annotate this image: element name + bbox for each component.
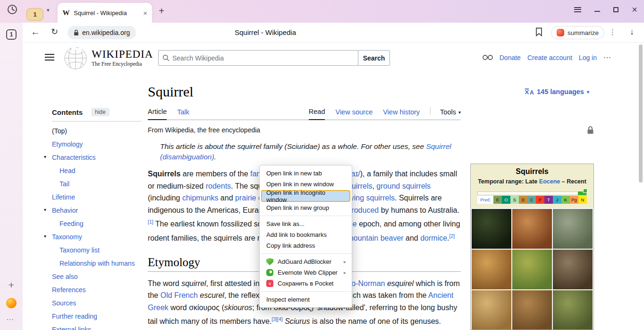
toc-item[interactable]: ▾Taxonomy [52, 230, 152, 243]
sidebar-more-icon[interactable]: ⋯ [6, 315, 14, 324]
wikipedia-logo[interactable] [63, 45, 88, 72]
toc-link[interactable]: Lifetime [52, 193, 75, 201]
toc-link[interactable]: Behavior [52, 207, 78, 214]
squirrel-photo-7[interactable] [472, 290, 511, 330]
user-menu-ellipsis-icon[interactable]: ⋯ [603, 53, 611, 62]
article-link[interactable]: chipmunks [182, 194, 218, 202]
toc-item[interactable]: Lifetime [52, 191, 152, 204]
toc-link[interactable]: Characteristics [52, 154, 96, 161]
toc-link[interactable]: External links [52, 326, 91, 330]
history-clock-icon[interactable] [7, 4, 17, 15]
timeline-period-K[interactable]: K [561, 196, 570, 204]
timeline-period-O[interactable]: O [502, 196, 510, 204]
toc-item[interactable]: ▾Behavior [52, 204, 152, 217]
toc-link[interactable]: Head [59, 167, 75, 174]
tab-group-badge[interactable]: 1 [26, 8, 43, 21]
toc-hide-button[interactable]: hide [91, 108, 110, 116]
reference-link[interactable]: [2] [449, 233, 455, 239]
summarize-button[interactable]: summarize [551, 26, 604, 39]
toc-item[interactable]: See also [52, 270, 152, 283]
address-bar[interactable]: en.wikipedia.org [68, 26, 136, 39]
article-link[interactable]: mountain beaver [347, 234, 403, 242]
tab-tools[interactable]: Tools▾ [440, 108, 461, 120]
timeline-period-P[interactable]: P [536, 196, 544, 204]
maximize-icon[interactable] [613, 7, 619, 12]
toolbar-kebab-icon[interactable]: ⋮ [609, 28, 616, 36]
wiki-menu-icon[interactable] [45, 54, 54, 61]
toc-link[interactable]: Taxonomy [52, 233, 82, 241]
toc-link[interactable]: Relationship with humans [59, 260, 135, 267]
page-scrollbar-thumb[interactable] [639, 44, 643, 182]
timeline-period-Є[interactable]: Є [493, 196, 502, 204]
toc-item[interactable]: External links [52, 323, 152, 330]
tab-view-source[interactable]: View source [335, 108, 373, 120]
new-tab-button[interactable]: + [156, 6, 167, 17]
chevron-down-icon[interactable]: ▾ [44, 234, 46, 239]
browser-logo-icon[interactable] [6, 298, 17, 308]
back-icon[interactable]: ← [31, 26, 40, 37]
donate-link[interactable]: Donate [500, 54, 521, 61]
menu-item[interactable]: Open link in new window [260, 179, 352, 190]
toc-item[interactable]: ▾Characteristics [52, 151, 152, 164]
toc-item[interactable]: Etymology [52, 138, 152, 151]
browser-tab[interactable]: W Squirrel - Wikipedia × [58, 3, 152, 23]
timeline-period-T[interactable]: T [544, 196, 553, 204]
toc-item[interactable]: (Top) [52, 124, 152, 138]
wikipedia-wordmark[interactable]: WIKIPEDIA The Free Encyclopedia [92, 48, 153, 67]
toc-item[interactable]: Relationship with humans [52, 257, 152, 270]
toc-item[interactable]: Head [52, 164, 152, 177]
wiki-search-button[interactable]: Search [358, 50, 390, 66]
tab-read[interactable]: Read [309, 108, 325, 120]
squirrel-photo-1[interactable] [472, 209, 511, 249]
menu-item[interactable]: Evernote Web Clipper▸ [260, 267, 352, 278]
menu-item[interactable]: ∨Сохранить в Pocket [260, 278, 352, 289]
minimize-icon[interactable] [594, 11, 600, 12]
timeline-period-J[interactable]: J [553, 196, 561, 204]
squirrel-photo-9[interactable] [553, 290, 593, 330]
toc-item[interactable]: Tail [52, 177, 152, 191]
toc-item[interactable]: References [52, 283, 152, 296]
download-icon[interactable]: ↓ [630, 27, 634, 37]
toc-link[interactable]: Etymology [52, 140, 83, 148]
sidebar-add-icon[interactable]: + [7, 280, 16, 290]
toc-link[interactable]: Feeding [59, 220, 84, 227]
tab-view-history[interactable]: View history [383, 108, 420, 120]
menu-item[interactable]: Inspect element [260, 294, 352, 305]
menu-item[interactable]: AdGuard AdBlocker▸ [260, 256, 352, 267]
tab-close-icon[interactable]: × [143, 9, 147, 17]
toc-item[interactable]: Taxonomy list [52, 243, 152, 257]
toc-link[interactable]: Tail [59, 180, 69, 188]
squirrel-photo-6[interactable] [553, 250, 593, 289]
page-protection-lock-icon[interactable] [587, 126, 594, 136]
tab-article[interactable]: Article [148, 108, 167, 120]
toc-item[interactable]: Further reading [52, 310, 152, 323]
timeline-period-S[interactable]: S [510, 196, 519, 204]
squirrel-photo-5[interactable] [512, 250, 552, 289]
appearance-glasses-icon[interactable] [483, 54, 493, 61]
toc-link[interactable]: Taxonomy list [59, 246, 100, 254]
chevron-down-icon[interactable]: ▾ [44, 207, 46, 212]
login-link[interactable]: Log in [579, 54, 597, 61]
menu-item[interactable]: Add link to bookmarks [260, 229, 352, 240]
squirrel-photo-3[interactable] [553, 209, 593, 249]
chevron-down-icon[interactable]: ▾ [44, 154, 46, 159]
timeline-period-Pg[interactable]: Pg [570, 196, 578, 204]
menu-item[interactable]: Save link as... [260, 218, 352, 229]
languages-button[interactable]: A 145 languages ▾ [524, 88, 589, 96]
toc-link[interactable]: References [52, 286, 86, 294]
toc-item[interactable]: Sources [52, 296, 152, 310]
browser-menu-icon[interactable] [574, 7, 581, 12]
squirrel-photo-4[interactable] [472, 250, 511, 289]
squirrel-photo-2[interactable] [512, 209, 552, 249]
reference-link[interactable]: [1] [148, 219, 153, 225]
toc-item[interactable]: Feeding [52, 217, 152, 230]
wiki-search-input[interactable] [172, 54, 354, 62]
close-icon[interactable]: × [632, 5, 637, 14]
toc-link[interactable]: Sources [52, 299, 76, 307]
reference-link[interactable]: [3][4] [271, 316, 282, 322]
article-link[interactable]: ground squirrels [376, 182, 431, 190]
article-link[interactable]: rodents [206, 182, 231, 190]
reload-icon[interactable]: ↻ [51, 26, 58, 37]
eocene-link[interactable]: Eocene [539, 178, 560, 185]
toc-link[interactable]: Further reading [52, 313, 97, 320]
